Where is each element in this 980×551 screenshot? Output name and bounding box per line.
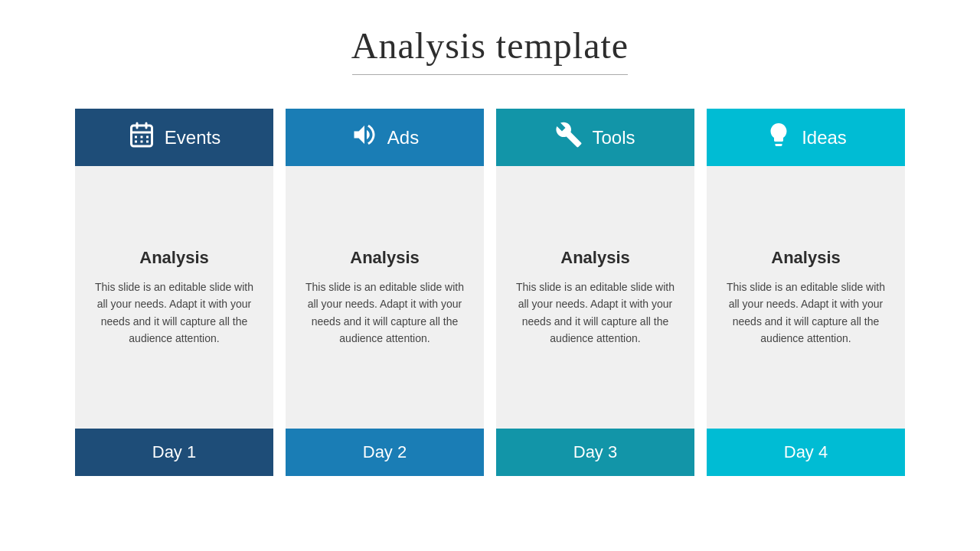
- card-footer-tools: Day 3: [496, 429, 694, 476]
- card-body-title-ideas: Analysis: [771, 248, 841, 268]
- card-header-label-events: Events: [165, 127, 220, 148]
- card-body-events: Analysis This slide is an editable slide…: [75, 166, 273, 429]
- card-body-text-ads: This slide is an editable slide with all…: [304, 279, 466, 347]
- title-divider: [352, 74, 628, 75]
- card-body-text-ideas: This slide is an editable slide with all…: [725, 279, 887, 347]
- cards-container: Events Analysis This slide is an editabl…: [69, 109, 911, 476]
- card-header-events: Events: [75, 109, 273, 166]
- lightbulb-icon: [765, 121, 792, 154]
- megaphone-icon: [351, 121, 378, 154]
- tools-icon: [555, 121, 583, 154]
- card-body-text-tools: This slide is an editable slide with all…: [514, 279, 676, 347]
- svg-rect-6: [146, 136, 149, 139]
- card-header-ideas: Ideas: [707, 109, 905, 166]
- card-ideas: Ideas Analysis This slide is an editable…: [707, 109, 905, 476]
- svg-rect-9: [146, 141, 149, 143]
- card-body-title-ads: Analysis: [350, 248, 420, 268]
- svg-rect-4: [135, 136, 137, 139]
- card-body-ideas: Analysis This slide is an editable slide…: [707, 166, 905, 429]
- card-body-title-events: Analysis: [139, 248, 209, 268]
- card-header-ads: Ads: [286, 109, 484, 166]
- title-section: Analysis template: [351, 24, 629, 75]
- calendar-icon: [128, 121, 155, 154]
- page-title: Analysis template: [351, 24, 629, 67]
- svg-rect-8: [140, 141, 142, 143]
- card-body-text-events: This slide is an editable slide with all…: [93, 279, 255, 347]
- card-header-label-tools: Tools: [592, 127, 635, 148]
- card-body-ads: Analysis This slide is an editable slide…: [286, 166, 484, 429]
- svg-rect-7: [135, 141, 137, 143]
- card-footer-events: Day 1: [75, 429, 273, 476]
- card-ads: Ads Analysis This slide is an editable s…: [286, 109, 484, 476]
- card-header-label-ideas: Ideas: [802, 127, 847, 148]
- svg-rect-5: [140, 136, 142, 139]
- card-events: Events Analysis This slide is an editabl…: [75, 109, 273, 476]
- card-header-label-ads: Ads: [387, 127, 419, 148]
- card-body-title-tools: Analysis: [560, 248, 630, 268]
- card-footer-ideas: Day 4: [707, 429, 905, 476]
- card-header-tools: Tools: [496, 109, 694, 166]
- card-tools: Tools Analysis This slide is an editable…: [496, 109, 694, 476]
- card-footer-ads: Day 2: [286, 429, 484, 476]
- card-body-tools: Analysis This slide is an editable slide…: [496, 166, 694, 429]
